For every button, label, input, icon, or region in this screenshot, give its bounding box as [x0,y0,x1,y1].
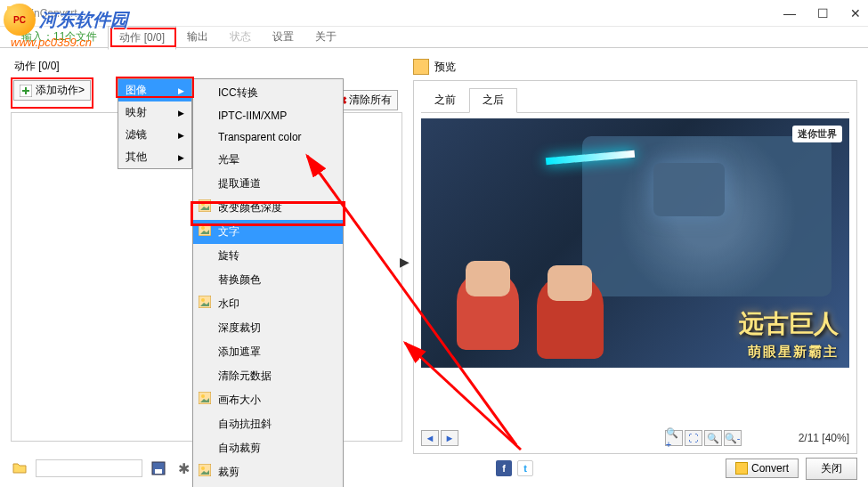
image-action-item[interactable]: 清除元数据 [193,364,343,388]
svg-point-10 [201,394,205,398]
game-subtitle-text: 萌眼星新霸主 [748,344,839,361]
image-item-icon [199,223,211,236]
minimize-button[interactable]: — [783,6,796,20]
game-logo: 迷你世界 [792,126,842,142]
twitter-button[interactable]: t [517,460,533,476]
chevron-right-icon: ▶ [178,86,184,95]
zoom-out-button[interactable]: 🔍- [724,430,742,446]
image-action-item[interactable]: 替换颜色 [193,268,343,292]
image-item-icon [199,464,211,476]
zoom-in-button[interactable]: 🔍+ [665,430,683,446]
image-action-item[interactable]: 光晕 [193,148,343,172]
close-window-button[interactable]: ✕ [850,6,861,20]
image-action-item[interactable]: 添加遮罩 [193,340,343,364]
titlebar: XnConvert — ☐ ✕ [0,0,868,27]
convert-icon [735,462,748,475]
svg-point-12 [201,467,205,470]
close-button[interactable]: 关闭 [806,458,857,480]
image-item-icon [199,199,211,212]
app-icon [7,6,21,20]
image-action-item[interactable]: 提取通道 [193,172,343,196]
preview-panel: 预览 之前 之后 迷你世界 远古巨人 萌眼星新霸主 ◄ [413,59,857,438]
zoom-100-button[interactable]: 🔍 [704,430,722,446]
tab-settings[interactable]: 设置 [262,26,304,48]
preview-tab-after[interactable]: 之后 [469,88,517,113]
image-action-item[interactable]: 水印 [193,292,343,316]
chevron-right-icon: ▶ [178,131,184,140]
plus-icon [20,85,32,97]
window-title: XnConvert [27,7,783,20]
image-action-item[interactable]: Transparent color [193,126,343,148]
image-actions-menu: ICC转换IPTC-IIM/XMPTransparent color光晕提取通道… [192,78,344,487]
tab-about[interactable]: 关于 [304,26,347,48]
image-action-item[interactable]: 深度裁切 [193,316,343,340]
menu-item-other[interactable]: 其他▶ [118,146,191,168]
actions-panel: 动作 [0/0] 添加动作> 图像▶ 映射▶ 滤镜▶ 其他▶ ICC转换IPTC… [11,59,402,438]
prev-image-button[interactable]: ◄ [421,430,439,446]
open-folder-button[interactable] [11,459,28,477]
next-image-button[interactable]: ► [441,430,458,446]
bottom-toolbar: ✱ f t Convert 关闭 [11,457,857,480]
settings-button[interactable]: ✱ [174,459,192,477]
image-action-item[interactable]: 裁剪 [193,460,343,484]
main-tabbar: 输入：11个文件 动作 [0/0] 输出 状态 设置 关于 [0,27,868,48]
preview-tab-before[interactable]: 之前 [421,88,469,112]
image-item-icon [199,392,211,404]
svg-point-4 [201,202,205,206]
image-action-item[interactable]: IPTC-IIM/XMP [193,105,343,126]
preview-label: 预览 [434,60,456,75]
image-action-item[interactable]: 旋转 [193,244,343,268]
game-title-text: 远古巨人 [739,307,839,341]
maximize-button[interactable]: ☐ [817,6,829,20]
tab-status[interactable]: 状态 [219,26,262,48]
svg-rect-1 [9,8,20,19]
add-action-label: 添加动作> [36,83,85,98]
image-action-item[interactable]: 自动裁剪 [193,436,343,460]
save-script-button[interactable] [150,459,167,477]
svg-point-8 [201,298,205,302]
image-action-item[interactable]: 文字 [193,220,343,244]
tab-input[interactable]: 输入：11个文件 [11,26,108,48]
tab-output[interactable]: 输出 [176,26,219,48]
menu-item-map[interactable]: 映射▶ [118,101,191,124]
add-action-button[interactable]: 添加动作> [13,80,91,101]
action-category-menu: 图像▶ 映射▶ 滤镜▶ 其他▶ [118,78,192,169]
chevron-right-icon: ▶ [178,109,184,118]
svg-rect-16 [155,469,162,474]
preview-counter: 2/11 [40%] [799,432,849,444]
preview-tabs: 之前 之后 [421,88,849,113]
image-action-item[interactable]: 画布大小 [193,388,343,412]
zoom-fit-button[interactable]: ⛶ [685,430,702,446]
image-item-icon [199,296,211,308]
facebook-button[interactable]: f [496,460,512,476]
convert-button[interactable]: Convert [726,459,799,478]
image-action-item[interactable]: 改变颜色深度 [193,196,343,220]
menu-item-filter[interactable]: 滤镜▶ [118,124,191,146]
script-path-field[interactable] [36,459,142,477]
menu-item-image[interactable]: 图像▶ [118,79,191,101]
svg-point-6 [201,226,205,230]
expand-arrow[interactable]: ▶ [400,255,410,269]
chevron-right-icon: ▶ [178,153,184,162]
preview-icon [413,59,429,75]
tab-action[interactable]: 动作 [0/0] [108,26,176,50]
preview-image: 迷你世界 远古巨人 萌眼星新霸主 [421,118,849,368]
image-action-item[interactable]: ICC转换 [193,81,343,105]
actions-header: 动作 [0/0] [11,59,402,74]
image-action-item[interactable]: 自动抗扭斜 [193,412,343,436]
